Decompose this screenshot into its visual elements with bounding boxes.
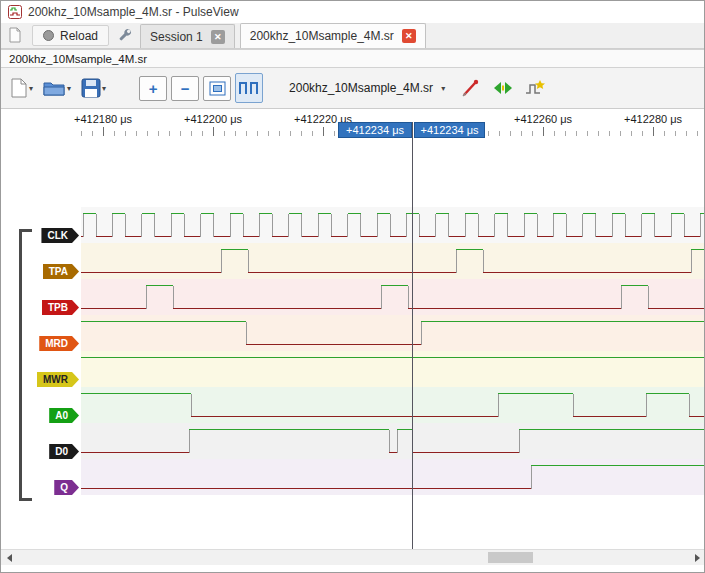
window-title: 200khz_10Msample_4M.sr - PulseView xyxy=(28,5,239,19)
open-file-button[interactable]: ▾ xyxy=(40,73,74,103)
open-folder-icon xyxy=(43,79,66,97)
zoom-in-icon: + xyxy=(149,81,158,96)
add-decoder-button[interactable] xyxy=(489,73,517,103)
document-icon xyxy=(8,27,22,43)
wave-plot[interactable] xyxy=(81,207,705,495)
scrollbar-thumb[interactable] xyxy=(488,552,533,563)
scroll-right-button[interactable] xyxy=(689,550,705,565)
save-icon xyxy=(81,78,101,98)
row-tint-mwr xyxy=(81,351,705,387)
tab-capture-file-label: 200khz_10Msample_4M.sr xyxy=(250,29,394,43)
zoom-out-icon: − xyxy=(181,81,190,96)
device-selector[interactable]: 200khz_10Msample_4M.sr ▾ xyxy=(281,77,453,99)
new-document-icon xyxy=(10,77,28,99)
row-tint-clk xyxy=(81,207,705,243)
channel-label-mrd[interactable]: MRD xyxy=(39,336,79,351)
decoder-connector-icon xyxy=(493,80,513,96)
row-tint-d0 xyxy=(81,423,705,459)
main-toolbar: ▾ ▾ ▾ + − xyxy=(1,68,704,109)
tab-session-1-label: Session 1 xyxy=(150,30,203,44)
row-tint-a0 xyxy=(81,387,705,423)
pulseview-window: 200khz_10Msample_4M.sr - PulseView Reloa… xyxy=(0,0,705,573)
channel-label-tpb[interactable]: TPB xyxy=(42,300,79,315)
tab-session-1[interactable]: Session 1 ✕ xyxy=(140,24,235,48)
channel-label-q[interactable]: Q xyxy=(54,480,79,495)
math-signal-icon xyxy=(525,79,545,97)
channel-label-a0[interactable]: A0 xyxy=(49,408,79,423)
trace-group-bracket[interactable] xyxy=(19,229,32,501)
wrench-icon xyxy=(116,27,133,44)
channel-label-mwr[interactable]: MWR xyxy=(37,372,79,387)
session-setup-button[interactable] xyxy=(113,24,135,46)
ruler-label-1: +412200 μs xyxy=(184,113,242,125)
new-session-dropdown-caret[interactable]: ▾ xyxy=(29,84,33,93)
probe-icon xyxy=(461,78,481,98)
reload-icon xyxy=(43,30,54,41)
zoom-out-button[interactable]: − xyxy=(171,76,199,101)
new-view-button[interactable] xyxy=(4,24,26,46)
device-dropdown-caret: ▾ xyxy=(441,84,445,93)
horizontal-scrollbar[interactable] xyxy=(1,549,705,565)
zoom-one-to-one-button[interactable] xyxy=(235,73,263,103)
tab-capture-file-close-icon[interactable]: ✕ xyxy=(402,29,416,43)
pulse-wave-icon xyxy=(238,80,260,96)
row-tint-mrd xyxy=(81,315,705,351)
zoom-fit-icon xyxy=(209,81,226,96)
time-ruler[interactable]: +412180 μs+412200 μs+412220 μs+412260 μs… xyxy=(1,109,704,136)
zoom-in-button[interactable]: + xyxy=(139,76,167,101)
configure-channels-button[interactable] xyxy=(457,73,485,103)
ruler-label-4: +412280 μs xyxy=(624,113,682,125)
channel-label-clk[interactable]: CLK xyxy=(41,228,79,243)
title-bar: 200khz_10Msample_4M.sr - PulseView xyxy=(1,1,704,23)
save-dropdown-caret[interactable]: ▾ xyxy=(102,84,106,93)
reload-button[interactable]: Reload xyxy=(32,25,109,46)
ruler-label-0: +412180 μs xyxy=(74,113,132,125)
ruler-label-3: +412260 μs xyxy=(514,113,572,125)
channel-label-tpa[interactable]: TPA xyxy=(43,264,79,279)
save-file-button[interactable]: ▾ xyxy=(78,73,109,103)
row-tint-tpb xyxy=(81,279,705,315)
row-tint-q xyxy=(81,459,705,495)
tab-session-1-close-icon[interactable]: ✕ xyxy=(211,30,225,44)
new-session-button[interactable]: ▾ xyxy=(7,73,36,103)
add-math-signal-button[interactable] xyxy=(521,73,549,103)
scroll-left-icon xyxy=(7,554,12,562)
reload-label: Reload xyxy=(60,29,98,43)
cursor-flag-left[interactable]: +412234 μs xyxy=(338,122,412,138)
scroll-left-button[interactable] xyxy=(1,550,18,565)
scroll-right-icon xyxy=(695,554,700,562)
zoom-fit-button[interactable] xyxy=(203,76,231,101)
session-tab-bar: Reload Session 1 ✕ 200khz_10Msample_4M.s… xyxy=(1,23,704,49)
view-dock-title: 200khz_10Msample_4M.sr xyxy=(9,53,147,65)
time-marker-line[interactable] xyxy=(412,122,413,549)
device-name: 200khz_10Msample_4M.sr xyxy=(289,81,433,95)
app-icon xyxy=(8,5,22,19)
waveform-view[interactable]: CLKTPATPBMRDMWRA0D0Q xyxy=(1,136,705,549)
channel-label-d0[interactable]: D0 xyxy=(49,444,79,459)
view-dock-titlebar: 200khz_10Msample_4M.sr xyxy=(1,49,704,68)
cursor-flag-right[interactable]: +412234 μs xyxy=(414,122,485,138)
row-tint-tpa xyxy=(81,243,705,279)
open-dropdown-caret[interactable]: ▾ xyxy=(67,84,71,93)
tab-capture-file[interactable]: 200khz_10Msample_4M.sr ✕ xyxy=(240,23,426,48)
